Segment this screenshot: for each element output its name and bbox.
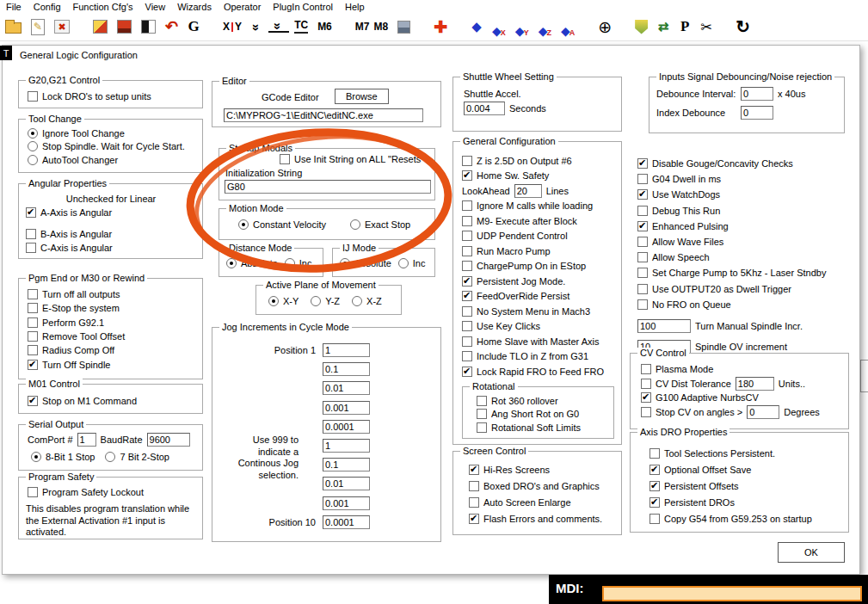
checkbox[interactable] <box>649 465 660 475</box>
text-input[interactable] <box>736 377 774 391</box>
red-cross-icon[interactable]: ✚ <box>434 16 447 37</box>
radio-button[interactable] <box>311 296 321 306</box>
checkbox[interactable] <box>637 158 648 169</box>
mdi-input[interactable] <box>602 586 862 601</box>
menu-function-cfgs[interactable]: Function Cfg's <box>67 2 139 12</box>
checkbox[interactable] <box>462 291 472 301</box>
xy-coordinates-icon[interactable]: XY <box>223 16 242 37</box>
checkbox[interactable] <box>477 422 487 433</box>
checkbox[interactable] <box>462 231 472 241</box>
baudrate-input[interactable] <box>147 433 190 447</box>
radio-button[interactable] <box>28 128 38 139</box>
checkbox[interactable] <box>649 497 660 508</box>
menu-operator[interactable]: Operator <box>218 2 267 12</box>
checkbox[interactable] <box>462 306 472 317</box>
checkbox[interactable] <box>469 514 479 524</box>
text-input[interactable] <box>323 362 370 376</box>
menu-file[interactable]: File <box>0 2 28 12</box>
axis-z-icon[interactable]: ◆Z <box>539 16 551 37</box>
axis-x-icon[interactable]: ◆X <box>492 16 506 37</box>
text-input[interactable] <box>323 515 370 529</box>
checkbox[interactable] <box>641 379 651 389</box>
checkbox[interactable] <box>28 360 38 370</box>
radio-button[interactable] <box>105 452 115 462</box>
ok-button[interactable]: OK <box>778 542 845 563</box>
editor-path-input[interactable] <box>224 108 423 122</box>
checkbox[interactable] <box>641 407 651 417</box>
radio-button[interactable] <box>28 141 38 151</box>
estop-icon[interactable] <box>93 20 108 34</box>
checkbox[interactable] <box>28 289 38 299</box>
chevron-double-down-line-icon[interactable]: » <box>268 21 289 33</box>
goto-zero-icon[interactable]: ◆ <box>471 16 483 37</box>
menu-view[interactable]: View <box>139 2 172 12</box>
axis-y-icon[interactable]: ◆Y <box>515 16 529 37</box>
menu-config[interactable]: Config <box>28 2 67 12</box>
browse-button[interactable]: Browse <box>335 89 389 104</box>
checkbox[interactable] <box>28 317 38 328</box>
display-mode-icon[interactable] <box>141 20 156 34</box>
text-input[interactable] <box>323 496 370 510</box>
checkbox[interactable] <box>637 252 648 262</box>
checkbox[interactable] <box>28 487 38 497</box>
checkbox[interactable] <box>462 170 472 181</box>
text-input[interactable] <box>323 477 370 490</box>
text-input[interactable] <box>323 420 370 434</box>
checkbox[interactable] <box>637 221 648 231</box>
checkbox[interactable] <box>641 364 651 374</box>
radio-button[interactable] <box>350 219 360 230</box>
text-input[interactable] <box>514 184 542 198</box>
checkbox[interactable] <box>280 154 290 164</box>
checkbox[interactable] <box>462 336 472 347</box>
m7-button[interactable]: M7 <box>355 16 370 37</box>
checkbox[interactable] <box>641 392 651 403</box>
tool-change-icon[interactable]: TC <box>294 20 308 33</box>
checkbox[interactable] <box>637 206 648 216</box>
text-input[interactable] <box>323 381 370 395</box>
radio-button[interactable] <box>285 258 295 268</box>
radio-button[interactable] <box>238 219 249 230</box>
checkbox[interactable] <box>26 229 36 239</box>
crosshair-icon[interactable]: ⊕ <box>598 16 612 37</box>
initialization-string-input[interactable] <box>225 180 431 194</box>
checkbox[interactable] <box>462 261 472 271</box>
checkbox[interactable] <box>26 243 36 253</box>
checkbox[interactable] <box>28 303 38 313</box>
checkbox[interactable] <box>462 200 472 211</box>
checkbox[interactable] <box>649 448 660 459</box>
m8-button[interactable]: M8 <box>373 16 388 37</box>
radio-button[interactable] <box>28 155 38 165</box>
checkbox[interactable] <box>469 497 479 508</box>
checkbox[interactable] <box>637 284 648 294</box>
checkbox[interactable] <box>28 396 38 406</box>
undo-icon[interactable]: ↶ <box>165 16 178 37</box>
checkbox[interactable] <box>462 156 472 166</box>
open-file-icon[interactable] <box>5 22 22 34</box>
radio-button[interactable] <box>398 258 409 268</box>
radio-button[interactable] <box>226 258 237 268</box>
checkbox[interactable] <box>462 367 472 377</box>
checkbox[interactable] <box>26 207 36 218</box>
text-input[interactable] <box>323 439 370 453</box>
checkbox[interactable] <box>469 481 479 491</box>
checkbox[interactable] <box>637 268 648 278</box>
checkbox[interactable] <box>462 351 472 361</box>
radio-button[interactable] <box>31 452 41 462</box>
menu-help[interactable]: Help <box>339 2 371 12</box>
checkbox[interactable] <box>462 216 472 226</box>
checkbox[interactable] <box>637 299 648 310</box>
checkbox[interactable] <box>462 276 472 287</box>
p-button[interactable]: P <box>679 16 691 37</box>
refresh-icon[interactable]: ↻ <box>736 16 750 37</box>
radio-button[interactable] <box>352 296 362 306</box>
checkbox[interactable] <box>462 321 472 331</box>
checkbox[interactable] <box>637 174 648 184</box>
menu-wizards[interactable]: Wizards <box>171 2 218 12</box>
checkbox[interactable] <box>649 514 660 524</box>
reset-icon[interactable] <box>117 20 132 34</box>
checkbox[interactable] <box>477 409 487 419</box>
comport-input[interactable] <box>77 433 96 447</box>
text-input[interactable] <box>464 102 505 115</box>
radio-button[interactable] <box>268 296 279 306</box>
edit-gcode-icon[interactable]: ✎ <box>31 19 45 35</box>
